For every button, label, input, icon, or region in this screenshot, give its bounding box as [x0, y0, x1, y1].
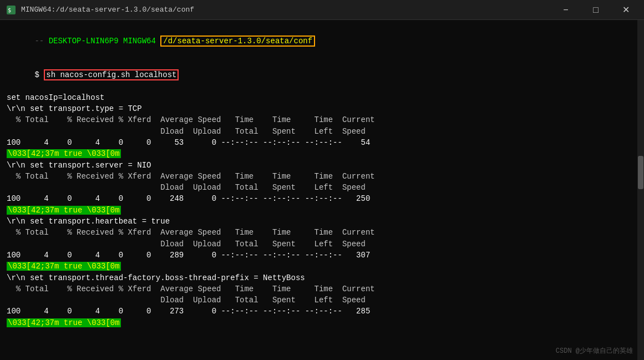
scrollbar[interactable]: [637, 20, 644, 360]
output-line-21: \033[42;37m true \033[0m: [7, 317, 637, 328]
close-button[interactable]: ✕: [613, 0, 638, 20]
app-icon: $: [6, 4, 17, 16]
output-line-17: \r\n set transport.thread-factory.boss-t…: [7, 272, 637, 283]
output-line-19: Dload Upload Total Spent Left Speed: [7, 295, 637, 306]
output-line-12: \r\n set transport.heartbeat = true: [7, 216, 637, 227]
watermark: CSDN @少年做自己的英雄: [556, 346, 633, 356]
output-line-4: Dload Upload Total Spent Left Speed: [7, 126, 637, 137]
window-controls[interactable]: − □ ✕: [553, 0, 638, 20]
output-line-5: 100 4 0 4 0 0 53 0 --:--:-- --:--:-- --:…: [7, 137, 637, 148]
svg-text:$: $: [8, 7, 11, 13]
prompt-line-1: -- DESKTOP-LNIN6P9 MINGW64 /d/seata-serv…: [7, 24, 637, 58]
window-title: MINGW64:/d/seata-server-1.3.0/seata/conf: [21, 6, 553, 14]
scrollbar-thumb[interactable]: [638, 156, 643, 189]
output-line-14: Dload Upload Total Spent Left Speed: [7, 239, 637, 250]
prompt-host: DESKTOP-LNIN6P9 MINGW64: [49, 37, 156, 45]
command-text: sh nacos-config.sh localhost: [44, 69, 179, 80]
terminal-window: $ MINGW64:/d/seata-server-1.3.0/seata/co…: [0, 0, 644, 360]
output-line-11: \033[42;37m true \033[0m: [7, 205, 637, 216]
output-line-9: Dload Upload Total Spent Left Speed: [7, 182, 637, 193]
output-line-20: 100 4 0 4 0 0 273 0 --:--:-- --:--:-- --…: [7, 306, 637, 317]
output-line-15: 100 4 0 4 0 0 289 0 --:--:-- --:--:-- --…: [7, 250, 637, 261]
output-line-6: \033[42;37m true \033[0m: [7, 148, 637, 159]
minimize-button[interactable]: −: [553, 0, 579, 20]
output-line-2: \r\n set transport.type = TCP: [7, 103, 637, 114]
output-line-13: % Total % Received % Xferd Average Speed…: [7, 227, 637, 238]
output-line-3: % Total % Received % Xferd Average Speed…: [7, 114, 637, 125]
output-line-10: 100 4 0 4 0 0 248 0 --:--:-- --:--:-- --…: [7, 193, 637, 204]
output-line-8: % Total % Received % Xferd Average Speed…: [7, 171, 637, 182]
command-line: $ sh nacos-config.sh localhost: [7, 58, 637, 92]
output-line-18: % Total % Received % Xferd Average Speed…: [7, 283, 637, 295]
prompt-path: /d/seata-server-1.3.0/seata/conf: [160, 36, 315, 47]
maximize-button[interactable]: □: [583, 0, 608, 20]
output-line-16: \033[42;37m true \033[0m: [7, 261, 637, 272]
output-line-7: \r\n set transport.server = NIO: [7, 160, 637, 171]
output-line-1: set nacosIp=localhost: [7, 92, 637, 103]
terminal-body[interactable]: -- DESKTOP-LNIN6P9 MINGW64 /d/seata-serv…: [0, 20, 644, 360]
titlebar: $ MINGW64:/d/seata-server-1.3.0/seata/co…: [0, 0, 644, 20]
